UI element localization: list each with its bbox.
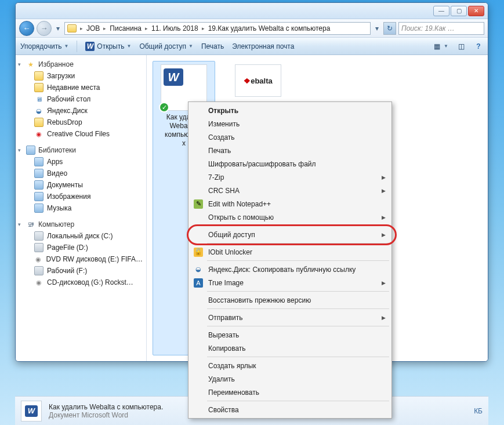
computer-header[interactable]: 🖳Компьютер [16,219,146,230]
favorites-header[interactable]: ★Избранное [16,59,146,70]
ctx-restore[interactable]: Восстановить прежнюю версию [190,293,390,307]
nav-creative-cloud[interactable]: ◉Creative Cloud Files [16,128,146,140]
details-title: Как удалить Webalta с компьютера. [49,403,163,411]
ctx-7zip[interactable]: 7-Zip▶ [190,170,390,184]
notepad-icon: ✎ [194,199,203,209]
nav-desktop[interactable]: 🖥Рабочий стол [16,93,146,105]
folder-icon [34,83,43,92]
forward-button[interactable]: → [37,21,52,36]
ctx-notepad[interactable]: ✎Edit with Notepad++ [190,197,390,210]
search-input[interactable]: Поиск: 19.Как … [398,22,484,35]
preview-pane-button[interactable]: ◫ [456,42,466,51]
address-bar[interactable]: ▸ JOB ▸ Писанина ▸ 11. Июль 2018 ▸ 19.Ка… [64,22,371,35]
ctx-encrypt[interactable]: Шифровать/расшифровать файл [190,157,390,170]
submenu-arrow-icon: ▶ [382,188,386,194]
ctx-shortcut[interactable]: Создать ярлык [190,359,390,372]
ctx-crc[interactable]: CRC SHA▶ [190,184,390,197]
ctx-share[interactable]: Общий доступ▶ [190,228,390,241]
separator [77,41,77,52]
details-size: КБ [474,407,483,415]
file-thumbnail: ❖ebalta [235,64,281,97]
nav-music[interactable]: Музыка [16,202,146,214]
maximize-button[interactable]: ▢ [451,6,467,16]
breadcrumb-part[interactable]: 11. Июль 2018 [151,24,198,32]
library-icon [26,146,35,155]
help-icon: ? [474,42,483,51]
chevron-icon: ▸ [103,26,106,31]
nav-documents[interactable]: Документы [16,179,146,191]
nav-rebusdrop[interactable]: RebusDrop [16,117,146,128]
nav-video[interactable]: Видео [16,168,146,179]
chevron-down-icon: ▼ [64,43,68,49]
libraries-header[interactable]: Библиотеки [16,144,146,156]
nav-apps[interactable]: Apps [16,156,146,168]
help-button[interactable]: ? [474,42,483,51]
chevron-icon: ▸ [202,26,205,31]
nav-drive-d[interactable]: PageFile (D:) [16,242,146,253]
separator [207,326,389,326]
print-button[interactable]: Печать [201,42,224,50]
separator [207,291,389,292]
separator [207,243,389,244]
desktop-icon: 🖥 [34,95,43,104]
nav-drive-c[interactable]: Локальный диск (C:) [16,230,146,242]
ctx-open[interactable]: Открыть [190,104,390,117]
webalta-logo: ❖ebalta [235,67,281,94]
ctx-rename[interactable]: Переименовать [190,386,390,399]
email-button[interactable]: Электронная почта [232,42,294,50]
nav-downloads[interactable]: Загрузки [16,70,146,82]
view-button[interactable]: ▦▼ [432,42,448,51]
word-icon: W [25,405,38,417]
ctx-iobit-unlocker[interactable]: 🔓IObit Unlocker [190,245,390,259]
computer-group: 🖳Компьютер Локальный диск (C:) PageFile … [16,219,146,288]
drive-icon [34,266,43,275]
ctx-yandex-copy-link[interactable]: ◒Яндекс.Диск: Скопировать публичную ссыл… [190,263,390,276]
breadcrumb-part[interactable]: Писанина [110,24,142,32]
breadcrumb-part[interactable]: 19.Как удалить Webalta с компьютера [208,24,331,32]
libraries-group: Библиотеки Apps Видео Документы Изображе… [16,144,146,214]
nav-recent[interactable]: Недавние места [16,82,146,93]
chevron-down-icon: ▼ [126,43,131,49]
nav-cd-g[interactable]: ◉CD-дисковод (G:) Rockst… [16,277,146,288]
iobit-icon: 🔓 [194,248,203,257]
word-icon: W [164,68,183,86]
separator [207,226,389,226]
history-dropdown[interactable]: ▾ [54,21,62,36]
nav-pictures[interactable]: Изображения [16,191,146,202]
separator [207,401,389,401]
ctx-sendto[interactable]: Отправить▶ [190,311,390,324]
share-button[interactable]: Общий доступ▼ [139,42,193,50]
search-placeholder: Поиск: 19.Как … [401,24,455,32]
ctx-properties[interactable]: Свойства [190,403,390,416]
organize-button[interactable]: Упорядочить▼ [20,42,68,50]
ctx-print[interactable]: Печать [190,144,390,157]
details-thumbnail: W [21,401,42,422]
back-button[interactable]: ← [19,21,34,36]
separator [207,357,389,357]
address-dropdown[interactable]: ▾ [373,21,381,36]
open-button[interactable]: W Открыть▼ [85,42,131,51]
nav-dvd-e[interactable]: ◉DVD RW дисковод (E:) FIFA… [16,253,146,265]
ctx-cut[interactable]: Вырезать [190,328,390,342]
navigation-pane: ★Избранное Загрузки Недавние места 🖥Рабо… [16,55,147,361]
nav-drive-f[interactable]: Рабочий (F:) [16,265,146,277]
ctx-openwith[interactable]: Открыть с помощью▶ [190,210,390,224]
nav-yandex[interactable]: ◒Яндекс.Диск [16,105,146,117]
favorites-group: ★Избранное Загрузки Недавние места 🖥Рабо… [16,59,146,140]
ctx-trueimage[interactable]: ATrue Image▶ [190,276,390,289]
trueimage-icon: A [194,278,203,288]
drive-icon [34,243,43,252]
close-button[interactable]: ✕ [468,6,484,16]
library-icon [34,157,43,166]
chevron-down-icon: ▼ [444,43,448,49]
ctx-create[interactable]: Создать [190,130,390,144]
ctx-copy[interactable]: Копировать [190,342,390,355]
ctx-delete[interactable]: Удалить [190,372,390,386]
minimize-button[interactable]: — [433,6,449,16]
refresh-button[interactable]: ↻ [383,22,396,35]
breadcrumb-part[interactable]: JOB [86,24,100,32]
submenu-arrow-icon: ▶ [382,315,386,321]
separator [207,260,389,261]
command-toolbar: Упорядочить▼ W Открыть▼ Общий доступ▼ Пе… [16,38,488,55]
ctx-edit[interactable]: Изменить [190,117,390,130]
